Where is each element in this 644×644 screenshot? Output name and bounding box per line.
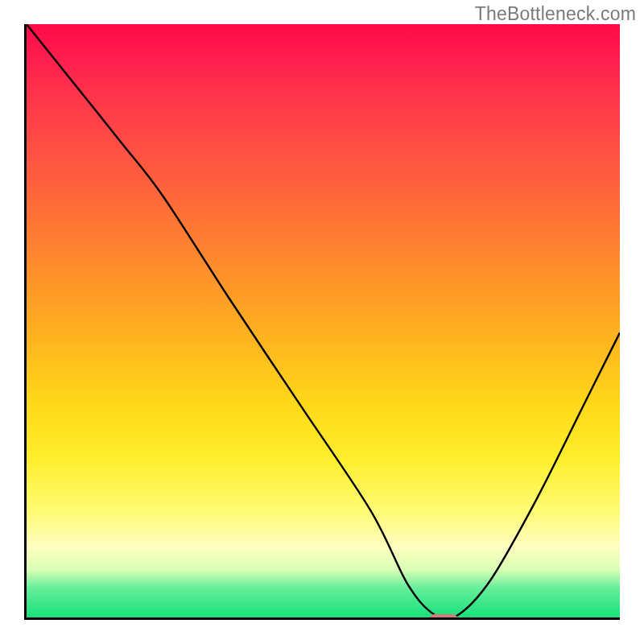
bottleneck-curve [27,24,620,617]
curve-path [27,24,620,617]
watermark-text: TheBottleneck.com [475,3,636,25]
optimal-point-marker [429,614,458,620]
chart-container: TheBottleneck.com [0,0,644,644]
plot-area [24,24,620,620]
